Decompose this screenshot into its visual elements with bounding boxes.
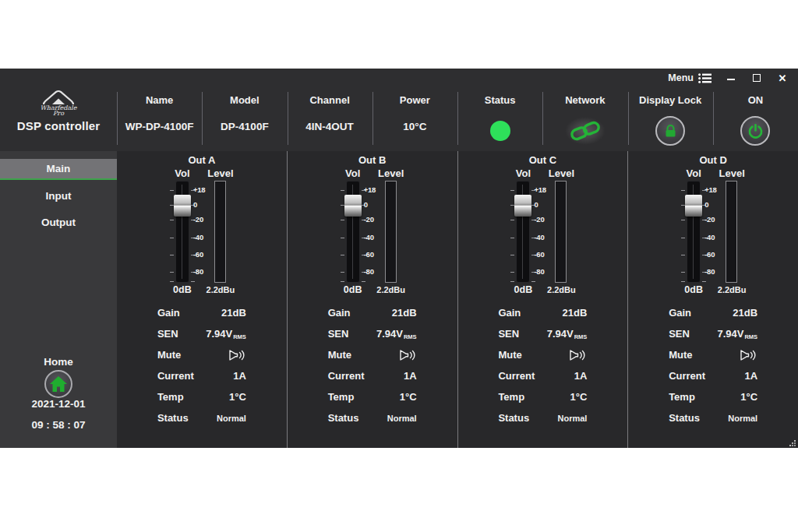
volume-fader-handle[interactable] bbox=[174, 195, 191, 217]
sen-unit-subscript: RMS bbox=[233, 333, 246, 340]
name-value: WP-DP-4100F bbox=[125, 121, 194, 133]
level-meter bbox=[726, 181, 737, 283]
status-value: Normal bbox=[557, 414, 587, 423]
time-display: 09 : 58 : 07 bbox=[0, 419, 117, 432]
sen-row: SEN 7.94VRMS bbox=[669, 323, 757, 344]
network-indicator bbox=[565, 117, 606, 145]
gain-value: 21dB bbox=[221, 307, 246, 319]
temp-value: 1°C bbox=[229, 391, 246, 403]
volume-fader-handle[interactable] bbox=[685, 195, 702, 217]
mute-row: Mute bbox=[157, 344, 246, 365]
display-lock-button[interactable] bbox=[655, 116, 685, 146]
fader-assembly: Vol Level +18 0 -20 -40 -60 -80 0dB 2.2d… bbox=[666, 167, 760, 299]
temp-row: Temp 1°C bbox=[157, 386, 246, 407]
level-value: 2.2dBu bbox=[707, 285, 757, 294]
sen-unit-subscript: RMS bbox=[404, 333, 417, 340]
temp-label: Temp bbox=[157, 391, 184, 403]
app-title: DSP controller bbox=[17, 119, 101, 132]
mute-label: Mute bbox=[328, 349, 351, 361]
mute-row: Mute bbox=[669, 344, 757, 365]
close-button[interactable]: ✕ bbox=[776, 72, 789, 84]
channel-strip: Out A Vol Level +18 0 -20 -40 -60 -80 0d… bbox=[117, 151, 287, 448]
power-button[interactable] bbox=[740, 116, 770, 146]
power-label: Power bbox=[400, 94, 430, 107]
current-label: Current bbox=[157, 370, 194, 382]
status-label: Status bbox=[485, 94, 516, 107]
maximize-button[interactable] bbox=[750, 72, 763, 84]
volume-fader-track[interactable] bbox=[687, 181, 701, 283]
level-value: 2.2dBu bbox=[366, 285, 416, 294]
lock-icon bbox=[663, 124, 678, 139]
level-meter bbox=[555, 181, 567, 283]
sen-label: SEN bbox=[498, 328, 519, 340]
volume-fader-handle[interactable] bbox=[514, 195, 531, 217]
sidebar-item-main[interactable]: Main bbox=[0, 159, 117, 180]
channel-title: Out C bbox=[458, 154, 628, 167]
menu-button[interactable]: Menu bbox=[668, 72, 711, 83]
level-meter bbox=[385, 181, 397, 283]
temp-value: 1°C bbox=[740, 391, 757, 403]
sidebar-item-output[interactable]: Output bbox=[0, 209, 117, 235]
sen-row: SEN 7.94VRMS bbox=[498, 323, 587, 344]
gain-label: Gain bbox=[328, 307, 351, 319]
home-button[interactable] bbox=[44, 370, 72, 398]
link-icon bbox=[569, 121, 602, 141]
fader-assembly: Vol Level +18 0 -20 -40 -60 -80 0dB 2.2d… bbox=[496, 167, 589, 299]
resize-grip[interactable] bbox=[789, 440, 796, 446]
current-row: Current 1A bbox=[328, 365, 417, 386]
gain-row: Gain 21dB bbox=[328, 302, 417, 323]
speaker-icon[interactable] bbox=[229, 349, 246, 361]
mute-row: Mute bbox=[498, 344, 587, 365]
current-value: 1A bbox=[404, 370, 417, 382]
temp-value: 1°C bbox=[400, 391, 417, 403]
power-icon bbox=[747, 123, 764, 139]
gain-value: 21dB bbox=[563, 307, 588, 319]
on-label: ON bbox=[748, 94, 764, 107]
sidebar-item-input[interactable]: Input bbox=[0, 182, 117, 209]
current-row: Current 1A bbox=[157, 365, 246, 386]
speaker-icon[interactable] bbox=[570, 349, 587, 361]
gain-value: 21dB bbox=[733, 307, 757, 319]
close-icon: ✕ bbox=[779, 72, 787, 84]
header-cell-power: Power 10°C bbox=[373, 87, 457, 151]
channel-info-rows: Gain 21dB SEN 7.94VRMS Mute Current bbox=[157, 302, 246, 428]
gain-label: Gain bbox=[157, 307, 180, 319]
status-value: Normal bbox=[728, 414, 757, 423]
wharfedale-logo-icon bbox=[41, 90, 76, 105]
status-label: Status bbox=[498, 412, 529, 424]
status-value: Normal bbox=[387, 414, 417, 423]
speaker-icon[interactable] bbox=[740, 349, 757, 361]
volume-fader-track[interactable] bbox=[346, 181, 360, 283]
volume-fader-track[interactable] bbox=[175, 181, 189, 283]
mute-row: Mute bbox=[328, 344, 417, 365]
temp-label: Temp bbox=[328, 391, 355, 403]
gain-label: Gain bbox=[669, 307, 691, 319]
title-bar: Menu ✕ bbox=[0, 69, 798, 87]
header-cell-network: Network bbox=[542, 87, 627, 151]
current-row: Current 1A bbox=[498, 365, 587, 386]
minimize-button[interactable] bbox=[725, 72, 737, 84]
sen-value: 7.94V bbox=[717, 328, 743, 340]
name-label: Name bbox=[146, 94, 173, 107]
speaker-icon[interactable] bbox=[400, 349, 417, 361]
temp-label: Temp bbox=[669, 391, 695, 403]
fader-scale: +18 0 -20 -40 -60 -80 bbox=[704, 181, 725, 283]
status-indicator-dot bbox=[490, 121, 510, 141]
gain-row: Gain 21dB bbox=[498, 302, 587, 323]
mute-label: Mute bbox=[498, 349, 521, 361]
mute-label: Mute bbox=[669, 349, 692, 361]
header-cell-channel: Channel 4IN-4OUT bbox=[288, 87, 373, 151]
minimize-icon bbox=[727, 79, 735, 80]
volume-fader-track[interactable] bbox=[516, 181, 530, 283]
sen-unit-subscript: RMS bbox=[744, 333, 757, 340]
header-cell-display-lock: Display Lock bbox=[628, 87, 713, 151]
status-value: Normal bbox=[217, 414, 246, 423]
channel-title: Out B bbox=[288, 154, 457, 167]
volume-fader-handle[interactable] bbox=[344, 195, 362, 217]
fader-scale: +18 0 -20 -40 -60 -80 bbox=[193, 181, 214, 283]
status-row: Status Normal bbox=[328, 407, 417, 428]
status-label: Status bbox=[328, 412, 359, 424]
sen-row: SEN 7.94VRMS bbox=[328, 323, 417, 344]
status-label: Status bbox=[157, 412, 189, 424]
current-label: Current bbox=[669, 370, 705, 382]
